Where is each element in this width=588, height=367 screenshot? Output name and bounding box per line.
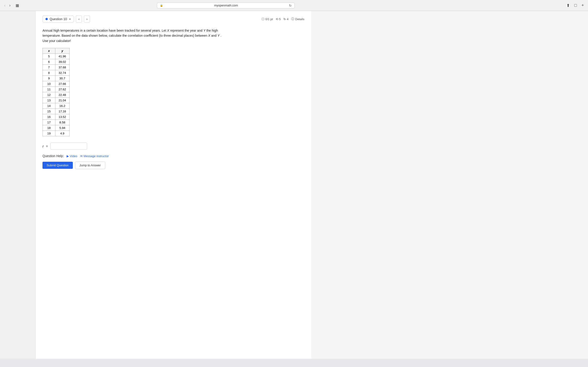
table-row: 1321.04 [43, 98, 69, 103]
table-cell-y: 41.96 [55, 54, 69, 59]
forward-button[interactable]: › [8, 2, 12, 8]
share-button[interactable]: ⬆ [565, 2, 571, 8]
table-cell-x: 12 [43, 92, 55, 98]
table-cell-y: 21.04 [55, 98, 69, 103]
question-number-label: Question 10 [50, 17, 67, 21]
table-row: 737.68 [43, 65, 69, 70]
table-cell-x: 16 [43, 114, 55, 120]
data-table: x y 541.96639.02737.68832.74930.71027.66… [43, 48, 69, 136]
table-cell-x: 18 [43, 125, 55, 131]
table-row: 185.94 [43, 125, 69, 131]
question-dropdown[interactable]: Question 10 ▼ [43, 16, 74, 23]
table-header-y: y [55, 48, 69, 54]
table-cell-y: 22.48 [55, 92, 69, 98]
sidebar-left [0, 11, 36, 359]
video-label: Video [70, 154, 78, 158]
message-label: Message instructor [84, 154, 109, 158]
table-row: 541.96 [43, 54, 69, 59]
table-row: 832.74 [43, 70, 69, 76]
back-button[interactable]: ‹ [3, 2, 7, 8]
table-cell-y: 32.74 [55, 70, 69, 76]
score-value: 0/1 pt [265, 17, 273, 21]
video-link[interactable]: ▶ Video [67, 154, 78, 158]
table-cell-x: 9 [43, 76, 55, 81]
table-cell-x: 5 [43, 54, 55, 59]
table-cell-y: 39.02 [55, 59, 69, 65]
table-cell-x: 17 [43, 120, 55, 125]
details-link[interactable]: Details [295, 17, 304, 21]
sidebar-toggle-button[interactable]: ▦ [14, 2, 21, 8]
table-row: 1416.2 [43, 103, 69, 109]
table-row: 194.9 [43, 131, 69, 136]
add-tab-button[interactable]: □ [573, 2, 578, 8]
next-question-button[interactable]: › [84, 16, 90, 23]
page-wrapper: Question 10 ▼ ‹ › ☐ 0/1 pt ⟲ 5 ↻ 4 [0, 11, 588, 359]
x-var-2: X [208, 34, 210, 37]
prev-question-button[interactable]: ‹ [76, 16, 82, 23]
y-var: Y [203, 29, 205, 32]
dropdown-arrow-icon: ▼ [69, 18, 71, 20]
browser-chrome: ‹ › ▦ 🔒 myopenmath.com ↻ ⬆ □ + [0, 0, 588, 11]
question-header: Question 10 ▼ ‹ › ☐ 0/1 pt ⟲ 5 ↻ 4 [43, 16, 304, 23]
question-help: Question Help: ▶ Video ✉ Message instruc… [43, 154, 304, 158]
checkbox-icon: ☐ [262, 17, 264, 21]
lock-icon: 🔒 [160, 4, 163, 7]
table-row: 639.02 [43, 59, 69, 65]
score-item: ☐ 0/1 pt [262, 17, 273, 21]
retry-icon: ⟲ [276, 17, 278, 21]
table-row: 1027.66 [43, 81, 69, 87]
message-instructor-link[interactable]: ✉ Message instructor [80, 154, 109, 158]
table-cell-y: 5.94 [55, 125, 69, 131]
question-selector: Question 10 ▼ ‹ › [43, 16, 90, 23]
table-cell-x: 7 [43, 65, 55, 70]
table-row: 1613.52 [43, 114, 69, 120]
table-cell-y: 27.66 [55, 81, 69, 87]
table-cell-x: 15 [43, 109, 55, 114]
answer-input[interactable] [50, 143, 87, 150]
table-cell-y: 16.2 [55, 103, 69, 109]
table-cell-y: 4.9 [55, 131, 69, 136]
question-meta: ☐ 0/1 pt ⟲ 5 ↻ 4 ⓘ Details [262, 17, 304, 21]
table-cell-x: 6 [43, 59, 55, 65]
table-cell-x: 13 [43, 98, 55, 103]
desc-mid: represent the year and [170, 29, 203, 32]
jump-to-answer-button[interactable]: Jump to Answer [75, 161, 105, 169]
browser-actions: ⬆ □ + [565, 2, 585, 8]
equals-sign: = [46, 144, 48, 148]
table-row: 1222.48 [43, 92, 69, 98]
content-area: Question 10 ▼ ‹ › ☐ 0/1 pt ⟲ 5 ↻ 4 [36, 11, 311, 359]
refresh-button[interactable]: ↻ [289, 4, 292, 7]
address-bar: 🔒 myopenmath.com ↻ [157, 2, 295, 8]
table-row: 1517.16 [43, 109, 69, 114]
new-tab-plus-button[interactable]: + [580, 2, 585, 8]
y-var-2: Y [217, 34, 220, 37]
r-label: r [43, 144, 44, 148]
desc-line1: Annual high temperatures in a certain lo… [43, 29, 166, 32]
table-cell-x: 14 [43, 103, 55, 109]
x-var: X [167, 29, 169, 32]
table-cell-y: 37.68 [55, 65, 69, 70]
table-cell-y: 17.16 [55, 109, 69, 114]
info-item: ⓘ Details [291, 17, 304, 21]
help-label: Question Help: [43, 154, 64, 158]
sync-item: ↻ 4 [284, 17, 288, 21]
submit-question-button[interactable]: Submit Question [43, 162, 73, 169]
table-cell-y: 8.58 [55, 120, 69, 125]
table-cell-x: 19 [43, 131, 55, 136]
url-text: myopenmath.com [164, 4, 288, 7]
sync-icon: ↻ [284, 17, 286, 21]
sync-value: 4 [287, 17, 288, 21]
info-icon: ⓘ [291, 17, 294, 21]
button-row: Submit Question Jump to Answer [43, 161, 304, 169]
table-cell-y: 27.62 [55, 87, 69, 92]
table-cell-y: 30.7 [55, 76, 69, 81]
table-row: 930.7 [43, 76, 69, 81]
video-play-icon: ▶ [67, 154, 69, 158]
table-header-x: x [43, 48, 55, 54]
envelope-icon: ✉ [80, 154, 83, 158]
question-description: Annual high temperatures in a certain lo… [43, 28, 226, 43]
desc-and: and [211, 34, 216, 37]
table-cell-y: 13.52 [55, 114, 69, 120]
answer-row: r = [43, 143, 304, 150]
table-cell-x: 10 [43, 81, 55, 87]
